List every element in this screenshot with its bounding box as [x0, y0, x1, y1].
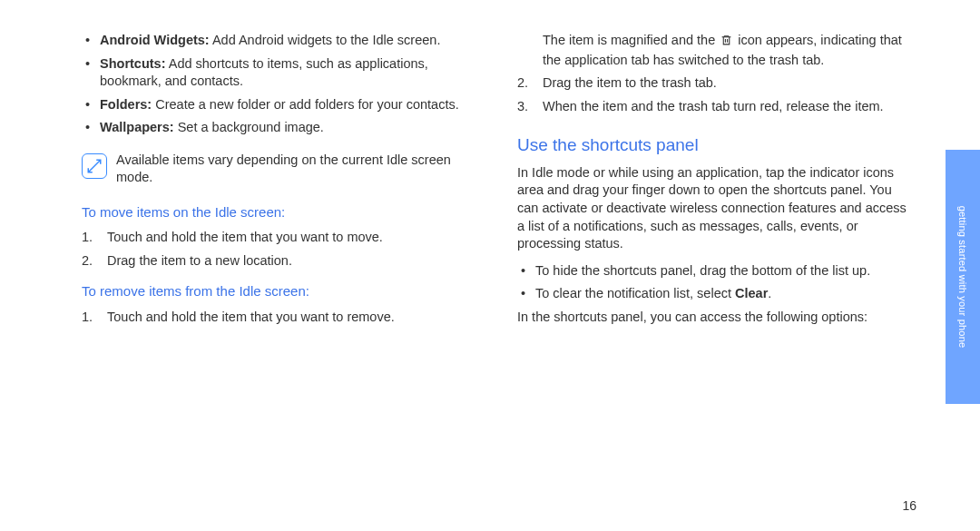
shortcuts-outro: In the shortcuts panel, you can access t…: [517, 309, 916, 327]
item-text: Set a background image.: [174, 120, 324, 134]
note-block: Available items vary depending on the cu…: [82, 152, 481, 187]
item-label: Android Widgets:: [100, 33, 210, 47]
list-item: To hide the shortcuts panel, drag the bo…: [517, 262, 916, 280]
side-tab-label: getting started with your phone: [957, 206, 968, 349]
step: Touch and hold the item that you want to…: [82, 309, 481, 327]
shortcuts-intro: In Idle mode or while using an applicati…: [517, 164, 916, 253]
step: Drag the item to the trash tab.: [517, 74, 916, 93]
list-item: To clear the notification list, select C…: [517, 285, 916, 303]
item-label: Folders:: [100, 97, 152, 112]
bullet-post: .: [768, 286, 771, 300]
list-item: Folders: Create a new folder or add fold…: [82, 96, 481, 114]
cont-pre: The item is magnified and the: [543, 33, 719, 47]
remove-steps: Touch and hold the item that you want to…: [82, 309, 481, 327]
step: Touch and hold the item that you want to…: [82, 229, 481, 247]
right-column: The item is magnified and the icon appea…: [517, 32, 916, 339]
step: Drag the item to a new location.: [82, 252, 481, 270]
shortcuts-heading: Use the shortcuts panel: [517, 133, 916, 157]
continuation-text: The item is magnified and the icon appea…: [517, 32, 916, 69]
item-text: Add Android widgets to the Idle screen.: [210, 33, 441, 47]
feature-list: Android Widgets: Add Android widgets to …: [82, 32, 481, 137]
move-steps: Touch and hold the item that you want to…: [82, 229, 481, 270]
step: When the item and the trash tab turn red…: [517, 98, 916, 116]
side-tab-strip: getting started with your phone: [946, 150, 980, 404]
list-item: Android Widgets: Add Android widgets to …: [82, 32, 481, 50]
shortcuts-bullets: To hide the shortcuts panel, drag the bo…: [517, 262, 916, 303]
move-heading: To move items on the Idle screen:: [82, 203, 481, 221]
trash-icon: [720, 34, 732, 52]
item-label: Wallpapers:: [100, 120, 174, 134]
note-text: Available items vary depending on the cu…: [116, 152, 481, 187]
bullet-pre: To clear the notification list, select: [535, 286, 735, 300]
list-item: Shortcuts: Add shortcuts to items, such …: [82, 55, 481, 91]
item-text: Create a new folder or add folders for y…: [152, 97, 459, 112]
page-number: 16: [902, 498, 916, 513]
note-icon: [82, 153, 107, 179]
remove-steps-cont: Drag the item to the trash tab. When the…: [517, 74, 916, 115]
bullet-bold: Clear: [735, 286, 768, 300]
remove-heading: To remove items from the Idle screen:: [82, 282, 481, 300]
list-item: Wallpapers: Set a background image.: [82, 119, 481, 137]
side-tab: getting started with your phone: [946, 0, 980, 531]
bullet-text: To hide the shortcuts panel, drag the bo…: [535, 263, 870, 278]
left-column: Android Widgets: Add Android widgets to …: [82, 32, 481, 339]
item-label: Shortcuts:: [100, 56, 166, 71]
